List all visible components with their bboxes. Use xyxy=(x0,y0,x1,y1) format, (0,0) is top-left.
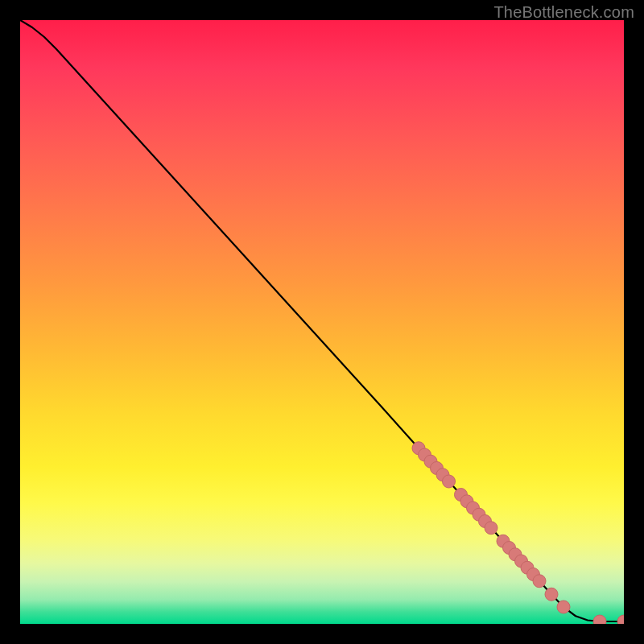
data-marker xyxy=(467,502,480,514)
data-marker xyxy=(479,515,492,528)
data-marker xyxy=(424,455,437,468)
data-marker xyxy=(533,575,546,588)
chart-overlay xyxy=(20,20,624,624)
data-marker xyxy=(485,522,497,535)
data-marker xyxy=(436,469,449,481)
data-marker xyxy=(521,561,534,574)
data-marker xyxy=(460,495,473,508)
data-marker xyxy=(527,568,540,581)
plot-area xyxy=(20,20,624,624)
data-marker xyxy=(497,535,510,547)
data-marker xyxy=(473,508,485,521)
attribution-text: TheBottleneck.com xyxy=(493,3,634,22)
data-marker xyxy=(515,555,528,568)
data-marker xyxy=(557,601,570,613)
data-marker xyxy=(545,588,558,601)
data-marker xyxy=(412,442,425,455)
data-marker xyxy=(509,548,522,561)
data-marker xyxy=(431,462,444,475)
data-marker xyxy=(443,475,456,488)
data-marker xyxy=(617,615,624,624)
chart-stage: TheBottleneck.com xyxy=(0,0,644,644)
data-marker xyxy=(419,448,431,461)
data-marker xyxy=(455,489,468,502)
data-marker xyxy=(503,542,516,555)
curve-line xyxy=(20,20,624,621)
data-marker xyxy=(593,615,606,624)
marker-group xyxy=(412,442,624,624)
